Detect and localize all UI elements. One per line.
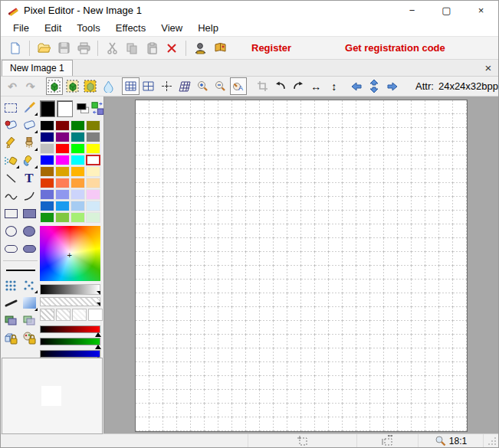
palette-swatch[interactable] (71, 155, 85, 165)
palette-swatch[interactable] (86, 120, 100, 131)
palette-swatch[interactable] (71, 212, 85, 223)
redo-button[interactable]: ↷ (21, 77, 38, 95)
blue-slider[interactable] (40, 350, 100, 358)
palette-swatch[interactable] (40, 132, 54, 142)
palette-swatch[interactable] (40, 120, 54, 131)
registration-book-button[interactable] (210, 39, 230, 57)
close-tab-button[interactable]: × (478, 60, 498, 76)
alpha-pattern-slider[interactable] (40, 297, 100, 306)
pixel-canvas[interactable] (135, 100, 468, 432)
crop-button[interactable] (254, 77, 271, 95)
brush-tool[interactable] (20, 134, 38, 152)
show-guides-button[interactable] (158, 77, 175, 95)
flip-vertical-button[interactable]: ↕ (326, 77, 343, 95)
foreground-swatch[interactable] (40, 100, 55, 117)
menu-tools[interactable]: Tools (71, 20, 106, 36)
palette-swatch[interactable] (71, 189, 85, 200)
color-gradient-picker[interactable]: + (40, 226, 100, 281)
rotate-right-button[interactable] (290, 77, 307, 95)
palette-swatch[interactable] (86, 189, 100, 200)
copy-transparent-tool[interactable] (20, 312, 38, 329)
show-large-grid-button[interactable] (140, 77, 157, 95)
red-slider[interactable] (40, 325, 100, 333)
select-tool[interactable] (2, 99, 20, 116)
selection-transparent-button[interactable] (64, 77, 80, 95)
thick-line-tool[interactable] (2, 294, 20, 312)
palette-swatch[interactable] (86, 201, 100, 211)
palette-swatch[interactable] (71, 178, 85, 188)
palette-swatch[interactable] (71, 143, 85, 154)
shift-right-button[interactable] (384, 77, 401, 95)
filled-ellipse-tool[interactable] (20, 222, 38, 240)
palette-swatch[interactable] (40, 143, 54, 154)
menu-effects[interactable]: Effects (110, 20, 153, 36)
swap-colors-icon[interactable] (91, 101, 104, 116)
palette-swatch[interactable] (55, 143, 70, 154)
palette-swatch[interactable] (71, 201, 85, 211)
palette-swatch[interactable] (55, 120, 70, 131)
curve-tool[interactable] (2, 187, 20, 204)
palette-swatch[interactable] (86, 166, 100, 177)
palette-swatch[interactable] (40, 189, 54, 200)
open-button[interactable] (34, 39, 54, 57)
filled-rounded-rectangle-tool[interactable] (20, 240, 38, 257)
color-picker-tool[interactable] (20, 99, 38, 116)
palette-swatch[interactable] (40, 212, 54, 223)
palette-swatch[interactable] (86, 178, 100, 188)
new-button[interactable] (5, 39, 25, 57)
maximize-button[interactable]: ▢ (429, 1, 464, 19)
zoom-in-button[interactable] (194, 77, 211, 95)
rotate-left-button[interactable] (271, 77, 288, 95)
pattern-dots-tool[interactable] (2, 276, 20, 294)
zoom-fit-button[interactable]: A (230, 77, 247, 95)
palette-swatch[interactable] (55, 212, 70, 223)
pattern-swatch[interactable] (40, 309, 54, 321)
palette-swatch[interactable] (40, 201, 54, 211)
luminance-slider[interactable] (40, 284, 100, 295)
palette-swatch[interactable] (86, 132, 100, 142)
fill-tool[interactable] (20, 152, 38, 169)
pencil-tool[interactable] (2, 134, 20, 152)
palette-swatch[interactable] (86, 212, 100, 223)
zoom-out-button[interactable] (212, 77, 228, 95)
undo-button[interactable]: ↶ (4, 77, 21, 95)
register-wizard-button[interactable] (190, 39, 210, 57)
resize-grip[interactable] (488, 437, 497, 446)
copy-button[interactable] (122, 39, 142, 57)
eraser-tool[interactable] (20, 116, 38, 134)
palette-swatch[interactable] (40, 155, 54, 165)
menu-edit[interactable]: Edit (38, 20, 67, 36)
palette-swatch[interactable] (71, 166, 85, 177)
minimize-button[interactable]: − (395, 1, 429, 19)
background-swatch[interactable] (57, 100, 72, 117)
lock-palette-tool[interactable] (20, 329, 38, 347)
paste-button[interactable] (142, 39, 162, 57)
antialias-button[interactable] (100, 77, 117, 95)
scatter-dots-tool[interactable] (20, 276, 38, 294)
close-button[interactable]: × (464, 1, 498, 19)
menu-view[interactable]: View (155, 20, 189, 36)
selection-alpha-button[interactable] (81, 77, 98, 95)
line-tool[interactable] (2, 169, 20, 187)
flip-horizontal-button[interactable]: ↔ (307, 77, 324, 95)
palette-swatch[interactable] (86, 143, 100, 154)
print-button[interactable] (74, 39, 94, 57)
airbrush-tool[interactable] (2, 152, 20, 169)
palette-swatch[interactable] (40, 166, 54, 177)
get-registration-code-link[interactable]: Get registration code (345, 42, 445, 54)
copy-opaque-tool[interactable] (2, 312, 20, 329)
delete-button[interactable] (162, 39, 182, 57)
color-replacer-tool[interactable] (2, 116, 20, 134)
gradient-tool[interactable] (20, 294, 38, 312)
palette-swatch[interactable] (55, 166, 70, 177)
pattern-swatch[interactable] (88, 309, 103, 321)
shift-left-button[interactable] (348, 77, 365, 95)
palette-swatch[interactable] (71, 120, 85, 131)
menu-file[interactable]: File (7, 20, 35, 36)
save-button[interactable] (54, 39, 74, 57)
register-link[interactable]: Register (251, 42, 291, 54)
palette-swatch[interactable] (71, 132, 85, 142)
pattern-swatch[interactable] (56, 309, 71, 321)
palette-swatch[interactable] (86, 155, 100, 165)
filled-rectangle-tool[interactable] (20, 204, 38, 222)
